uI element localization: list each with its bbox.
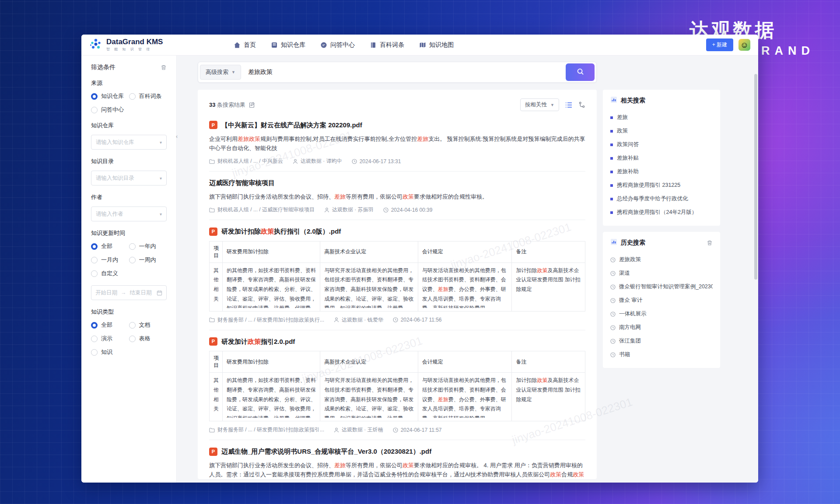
nav-item-1[interactable]: 首页 — [234, 41, 256, 49]
knowledge-type-option[interactable]: 表格 — [129, 335, 167, 343]
history-search-item[interactable]: 差旅政策 — [610, 253, 713, 266]
result-author: 达观数据 · 钱爱华 — [334, 316, 383, 324]
knowledge-type-option[interactable]: 知识 — [91, 348, 129, 356]
update-time-option[interactable]: 一周内 — [129, 256, 167, 264]
result-title-text: 【中兴新云】财云在线产品解决方案 202209.pdf — [221, 121, 362, 130]
clear-filters-icon[interactable] — [161, 64, 167, 70]
related-search-item[interactable]: 政策 — [610, 124, 713, 138]
catalog-label: 知识目录 — [91, 158, 167, 165]
person-icon — [334, 427, 339, 433]
result-meta: 财务服务部 / ... / 研发费用加计扣除政策执行...达观数据 · 钱爱华2… — [209, 316, 585, 324]
repo-select[interactable]: 请输入知识仓库▾ — [91, 135, 167, 150]
history-search-item[interactable]: 微众银行智能审计知识管理案例_2023080... — [610, 280, 713, 294]
related-search-item[interactable]: 携程商旅使用指引（24年2月版） — [610, 206, 713, 219]
clear-history-icon[interactable] — [707, 240, 713, 246]
knowledge-type-option[interactable]: 演示 — [91, 335, 129, 343]
search-button[interactable] — [566, 63, 595, 81]
calendar-icon — [157, 290, 162, 296]
result-meta: 财税机器人组 / ... / 中兴新云达观数据 · 谭昀中2024-06-17 … — [209, 158, 585, 165]
clock-icon — [610, 257, 616, 262]
result-title[interactable]: 迈威医疗智能审核项目 — [209, 178, 585, 187]
catalog-select[interactable]: 请输入知识目录▾ — [91, 171, 167, 186]
history-search-item[interactable]: 南方电网 — [610, 321, 713, 334]
sort-select[interactable]: 按相关性▼ — [520, 98, 559, 111]
history-search-item[interactable]: 微众 审计 — [610, 294, 713, 307]
history-search-item[interactable]: 张江集团 — [610, 334, 713, 348]
filter-title: 筛选条件 — [91, 63, 116, 71]
result-table-preview: 项目研发费用加计扣除高新技术企业认定会计规定备注其他相关的其他费用，如技术图书资… — [209, 241, 585, 312]
result-title[interactable]: P研发加计政策指引2.0.pdf — [209, 337, 585, 346]
radio-icon — [129, 336, 136, 342]
result-title-text: 迈威医疗智能审核项目 — [209, 178, 275, 187]
history-search-text: 南方电网 — [619, 324, 641, 331]
advanced-search-select[interactable]: 高级搜索▼ — [200, 65, 241, 80]
source-option[interactable]: 知识仓库 — [91, 92, 129, 100]
related-search-item[interactable]: 政策问答 — [610, 138, 713, 151]
graph-view-icon[interactable] — [578, 102, 585, 108]
update-time-option[interactable]: 全部 — [91, 242, 129, 250]
app-logo[interactable]: DataGrand KMS 智 能 知 识 管 理 — [89, 38, 207, 52]
export-note-icon[interactable] — [249, 102, 255, 108]
nav-item-3[interactable]: 问答中心 — [320, 41, 355, 49]
date-range-picker[interactable]: 开始日期 → 结束日期 — [91, 285, 167, 300]
radio-label: 全部 — [101, 242, 112, 250]
result-count: 33 条搜索结果 — [209, 101, 255, 109]
update-time-option[interactable]: 一月内 — [91, 256, 129, 264]
related-search-text: 携程商旅使用指引 231225 — [617, 182, 680, 189]
history-search-item[interactable]: 一体机展示 — [610, 307, 713, 321]
nav-item-label: 知识仓库 — [281, 41, 305, 49]
bullet-square-icon — [610, 211, 613, 214]
radio-icon — [91, 243, 98, 250]
related-search-item[interactable]: 差旅 — [610, 111, 713, 124]
avatar[interactable]: ☺ — [738, 39, 750, 51]
knowledge-type-option[interactable]: 全部 — [91, 321, 129, 329]
sidebar-collapse-button[interactable]: ‹ — [173, 129, 180, 144]
source-label: 来源 — [91, 79, 167, 87]
pdf-file-icon: P — [209, 228, 217, 236]
result-path: 财税机器人组 / ... / 中兴新云 — [209, 158, 283, 165]
nav-item-4[interactable]: 百科词条 — [370, 41, 404, 49]
bullet-square-icon — [610, 157, 613, 160]
radio-label: 百科词条 — [139, 92, 162, 100]
source-option[interactable]: 百科词条 — [129, 92, 167, 100]
result-title-text: 研发加计政策指引2.0.pdf — [221, 337, 295, 346]
author-select[interactable]: 请输入作者▾ — [91, 206, 167, 221]
result-title[interactable]: P迈威生物_用户需求说明书URS_合规审核平台_Ver3.0（20230821）… — [209, 447, 585, 456]
history-search-text: 书籍 — [619, 351, 630, 358]
source-option[interactable]: 问答中心 — [91, 106, 129, 114]
knowledge-type-option[interactable]: 文档 — [129, 321, 167, 329]
nav-item-2[interactable]: 知识仓库 — [271, 41, 305, 49]
person-icon — [334, 317, 339, 322]
radio-label: 问答中心 — [101, 106, 124, 114]
result-title[interactable]: P研发加计扣除政策执行指引（2.0版）.pdf — [209, 227, 585, 236]
table-cell: 加计扣除政策及高新技术企业认定研发费用范围 加计扣除规定 — [512, 262, 585, 311]
result-title[interactable]: P【中兴新云】财云在线产品解决方案 202209.pdf — [209, 121, 585, 130]
radio-icon — [91, 336, 98, 342]
source-options: 知识仓库百科词条问答中心 — [91, 92, 167, 114]
radio-label: 一年内 — [139, 242, 156, 250]
related-search-item[interactable]: 总经办每季度中给予行政优化 — [610, 192, 713, 206]
search-input[interactable] — [241, 69, 566, 76]
update-time-label: 知识更新时间 — [91, 229, 167, 237]
nav-item-label: 知识地图 — [429, 41, 454, 49]
related-search-item[interactable]: 差旅补助 — [610, 165, 713, 178]
history-search-item[interactable]: 书籍 — [610, 348, 713, 361]
list-view-icon[interactable] — [565, 102, 572, 108]
radio-icon — [91, 322, 98, 329]
update-time-option[interactable]: 自定义 — [91, 270, 129, 277]
result-item: P研发加计政策指引2.0.pdf项目研发费用加计扣除高新技术企业认定会计规定备注… — [209, 330, 585, 441]
radio-icon — [129, 257, 136, 263]
history-search-item[interactable]: 渠道 — [610, 266, 713, 280]
related-search-item[interactable]: 携程商旅使用指引 231225 — [610, 178, 713, 192]
related-search-item[interactable]: 差旅补贴 — [610, 151, 713, 165]
new-button[interactable]: + 新建 — [706, 38, 733, 51]
result-title-text: 研发加计扣除政策执行指引（2.0版）.pdf — [221, 227, 341, 236]
table-header: 项目 — [210, 241, 223, 262]
update-time-option[interactable]: 一年内 — [129, 242, 167, 250]
vertical-scrollbar[interactable] — [754, 74, 757, 280]
clock-icon — [393, 427, 398, 433]
nav-item-5[interactable]: 知识地图 — [419, 41, 454, 49]
right-sidebar: 相关搜索 差旅政策政策问答差旅补贴差旅补助携程商旅使用指引 231225总经办每… — [603, 90, 720, 368]
table-cell: 与研发活动直接相关的其他费用，包括技术图书资料费、资料翻译费、会议费、差旅费、办… — [418, 262, 512, 311]
type-options: 全部文档演示表格知识 — [91, 321, 167, 356]
